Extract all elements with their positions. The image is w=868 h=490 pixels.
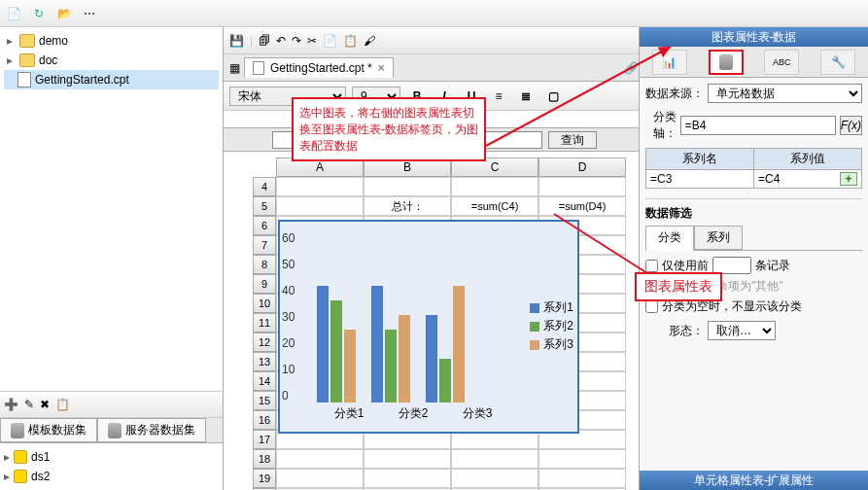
row-header[interactable]: 17 [253,430,276,449]
cell[interactable]: =sum(D4) [538,196,626,216]
row-header[interactable]: 8 [253,255,276,274]
row-header[interactable]: 18 [253,449,276,469]
add-ds-icon[interactable]: ➕ [4,398,18,411]
project-tree[interactable]: ▸ demo ▸ doc GettingStarted.cpt [0,27,223,391]
refresh-icon[interactable]: ↻ [29,4,49,23]
row-header[interactable]: 14 [253,371,276,391]
tree-item-demo[interactable]: ▸ demo [4,31,219,51]
chart-legend: 系列1系列2系列3 [530,299,573,355]
folder-icon [19,53,35,67]
records-label: 条记录 [755,258,790,274]
cell[interactable] [364,449,451,469]
row-header[interactable]: 10 [253,294,276,313]
query-button[interactable]: 查询 [548,131,597,149]
row-header[interactable]: 15 [253,391,276,410]
add-series-button[interactable]: + [840,172,857,186]
ds-item[interactable]: ▸ ds1 [4,447,219,467]
cell[interactable] [276,196,364,216]
del-ds-icon[interactable]: ✖ [40,398,50,411]
row-header[interactable]: 5 [253,196,276,216]
editor-toolbar: 💾 | 🗐 ↶ ↷ ✂ 📄 📋 🖌 [224,27,639,54]
series-value-header: 系列值 [754,149,861,169]
col-header[interactable]: D [538,158,626,177]
align-left-button[interactable]: ≡ [488,86,509,107]
row-header[interactable]: 19 [253,469,276,488]
editor-tab[interactable]: GettingStarted.cpt * × [244,57,394,78]
shape-select[interactable]: 取消… [708,321,776,340]
series-name-cell[interactable]: =C3 [646,170,754,188]
cell[interactable] [451,449,538,469]
cell[interactable] [451,177,538,196]
cell[interactable]: =sum(C4) [451,196,538,216]
ds-icon [14,450,27,464]
props-icon[interactable]: ⋯ [80,4,99,23]
only-first-checkbox[interactable] [645,260,658,272]
format-brush-icon[interactable]: 🖌 [364,34,375,48]
row-header[interactable]: 13 [253,352,276,371]
x-axis-labels: 分类1分类2分类3 [317,405,509,422]
embedded-chart[interactable]: 0102030405060 分类1分类2分类3 系列1系列2系列3 [278,220,579,434]
grid-icon[interactable]: ▦ [229,61,240,75]
expand-icon[interactable]: ▸ [4,53,16,67]
tree-item-doc[interactable]: ▸ doc [4,51,219,70]
null-hide-checkbox[interactable] [645,300,658,313]
align-center-button[interactable]: ≣ [515,86,537,107]
edit-ds-icon[interactable]: ✎ [24,398,34,411]
tab-style-icon[interactable]: ABC [764,50,799,75]
redo-icon[interactable]: ↷ [292,34,301,48]
copy-ds-icon[interactable]: 📋 [55,398,70,411]
cell[interactable] [538,469,626,488]
filter-tab-category[interactable]: 分类 [645,226,694,251]
close-icon[interactable]: × [378,61,385,75]
tab-server-ds[interactable]: 服务器数据集 [97,418,206,442]
link-icon[interactable]: 🔗 [624,61,639,75]
copy-icon[interactable]: 📄 [323,34,337,48]
row-header[interactable]: 12 [253,332,276,352]
row-header[interactable]: 6 [253,216,276,235]
row-header[interactable]: 16 [253,410,276,430]
series-table-row[interactable]: =C3 =C4 + [645,170,862,189]
new-icon[interactable]: 📄 [4,4,23,23]
paste-icon[interactable]: 📋 [343,34,358,48]
row-header[interactable]: 9 [253,274,276,294]
row-header[interactable]: 7 [253,235,276,255]
cell[interactable] [364,177,451,196]
open-icon[interactable]: 📂 [54,4,74,23]
fx-button[interactable]: F(x) [840,116,862,135]
expand-icon[interactable]: ▸ [4,450,10,464]
row-header[interactable]: 4 [253,177,276,196]
cell[interactable] [276,449,364,469]
undo-icon[interactable]: ↶ [276,34,286,48]
tree-label: doc [39,53,57,67]
tree-item-file[interactable]: GettingStarted.cpt [4,70,219,89]
cell[interactable] [276,469,364,488]
row-header[interactable]: 11 [253,313,276,332]
panel-title: 图表属性表-数据 [640,27,868,47]
cell[interactable]: 总计： [364,196,451,216]
data-source-select[interactable]: 单元格数据 [708,84,862,103]
cell[interactable] [276,177,364,196]
cell[interactable] [538,177,626,196]
cell[interactable] [364,469,451,488]
db-icon [108,423,122,438]
design-grid[interactable]: A B C D 45总计：=sum(C4)=sum(D4)67891011121… [224,152,639,490]
filter-tab-series[interactable]: 系列 [694,226,743,250]
export-icon[interactable]: 🗐 [259,34,270,48]
tab-label: GettingStarted.cpt * [270,61,372,75]
tab-template-ds[interactable]: 模板数据集 [0,418,97,442]
tab-data-icon[interactable] [709,50,744,75]
tab-special-icon[interactable]: 🔧 [820,50,855,75]
filter-title: 数据筛选 [645,205,862,222]
expand-icon[interactable]: ▸ [4,34,16,48]
category-axis-input[interactable] [680,116,836,135]
tree-label: demo [39,34,68,48]
cell[interactable] [538,449,626,469]
cell[interactable] [451,469,538,488]
save-icon[interactable]: 💾 [229,34,244,48]
ds-item[interactable]: ▸ ds2 [4,467,219,486]
series-value-cell[interactable]: =C4 + [754,170,861,188]
expand-icon[interactable]: ▸ [4,470,10,483]
tab-type-icon[interactable]: 📊 [652,50,687,75]
cut-icon[interactable]: ✂ [307,34,317,48]
border-button[interactable]: ▢ [542,86,564,107]
